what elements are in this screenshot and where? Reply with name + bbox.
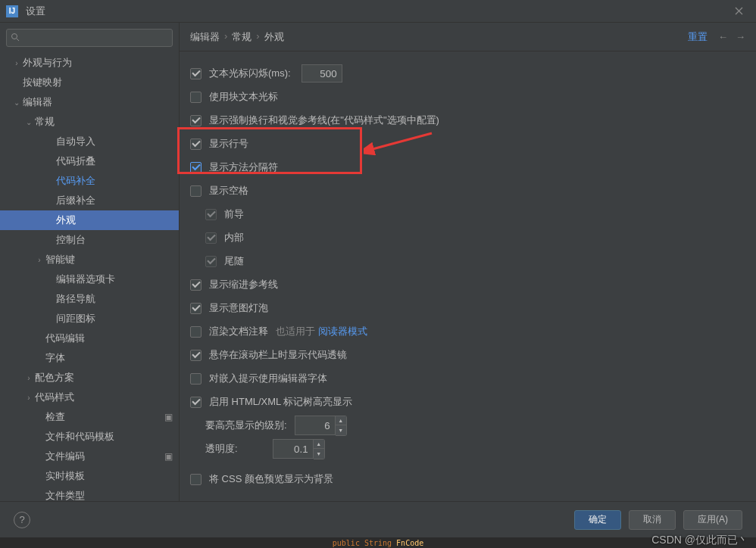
render-doc-label: 渲染文档注释 bbox=[209, 325, 268, 338]
search-input[interactable] bbox=[6, 29, 173, 47]
tree-item[interactable]: 后缀补全 bbox=[0, 191, 179, 210]
css-preview-bg-checkbox[interactable] bbox=[190, 474, 201, 485]
tree-item-label: 外观 bbox=[56, 213, 173, 227]
settings-tree[interactable]: ›外观与行为按键映射⌄编辑器⌄常规自动导入代码折叠代码补全后缀补全外观控制台›智… bbox=[0, 53, 179, 501]
tree-item[interactable]: 路径导航 bbox=[0, 289, 179, 309]
breadcrumb-editor[interactable]: 编辑器 bbox=[190, 30, 220, 44]
tree-item-label: 智能键 bbox=[45, 253, 173, 266]
code-lens-checkbox[interactable] bbox=[190, 350, 201, 361]
tree-item[interactable]: 文件编码▣ bbox=[0, 447, 179, 466]
transparency-spinner[interactable]: ▲▼ bbox=[273, 439, 325, 459]
tree-item-label: 配色方案 bbox=[35, 371, 173, 385]
show-whitespace-checkbox[interactable] bbox=[190, 185, 201, 197]
tree-item[interactable]: 字体 bbox=[0, 348, 179, 368]
tree-item-label: 自动导入 bbox=[56, 135, 173, 148]
reader-mode-link[interactable]: 阅读器模式 bbox=[318, 325, 367, 338]
chevron-icon: › bbox=[23, 394, 35, 402]
content-panel: 编辑器 › 常规 › 外观 重置 ← → 文本光标闪烁(ms): 使用块文本光标 bbox=[180, 23, 756, 501]
tree-item[interactable]: 代码编辑 bbox=[0, 328, 179, 348]
tree-item[interactable]: 文件类型 bbox=[0, 486, 179, 501]
css-preview-bg-label: 将 CSS 颜色预览显示为背景 bbox=[209, 472, 333, 486]
hard-wrap-label: 显示强制换行和视觉参考线(在"代码样式"选项中配置) bbox=[209, 114, 439, 127]
tree-item[interactable]: 检查▣ bbox=[0, 407, 179, 427]
tree-item[interactable]: ⌄常规 bbox=[0, 112, 179, 132]
help-button[interactable]: ? bbox=[14, 512, 30, 528]
block-cursor-checkbox[interactable] bbox=[190, 92, 201, 103]
cursor-blink-input[interactable] bbox=[301, 64, 342, 83]
line-numbers-checkbox[interactable] bbox=[190, 139, 201, 150]
breadcrumb-sep: › bbox=[224, 30, 227, 44]
gear-icon: ▣ bbox=[164, 412, 173, 422]
tree-item-label: 文件和代码模板 bbox=[45, 430, 173, 444]
ok-button[interactable]: 确定 bbox=[574, 510, 621, 530]
transparency-input[interactable] bbox=[273, 439, 314, 459]
highlight-level-spinner[interactable]: ▲▼ bbox=[295, 416, 347, 436]
tree-item-label: 代码编辑 bbox=[45, 332, 173, 345]
tree-item[interactable]: 自动导入 bbox=[0, 132, 179, 151]
editor-font-hint-label: 对嵌入提示使用编辑器字体 bbox=[209, 372, 327, 385]
tree-item[interactable]: ⌄编辑器 bbox=[0, 92, 179, 112]
render-doc-checkbox[interactable] bbox=[190, 326, 201, 338]
breadcrumb: 编辑器 › 常规 › 外观 bbox=[190, 30, 688, 44]
ws-leading-label: 前导 bbox=[224, 207, 244, 221]
cancel-button[interactable]: 取消 bbox=[629, 510, 676, 530]
tree-item-label: 常规 bbox=[35, 115, 173, 129]
search-icon bbox=[11, 33, 20, 44]
tree-item[interactable]: 外观 bbox=[0, 210, 179, 230]
highlight-level-label: 要高亮显示的级别: bbox=[205, 419, 287, 432]
breadcrumb-appearance: 外观 bbox=[264, 30, 284, 44]
tree-item-label: 文件编码 bbox=[45, 450, 164, 463]
hard-wrap-checkbox[interactable] bbox=[190, 115, 201, 126]
sidebar: ›外观与行为按键映射⌄编辑器⌄常规自动导入代码折叠代码补全后缀补全外观控制台›智… bbox=[0, 23, 180, 501]
method-separators-label: 显示方法分隔符 bbox=[209, 160, 278, 174]
gear-icon: ▣ bbox=[164, 451, 173, 462]
tree-item[interactable]: 代码折叠 bbox=[0, 151, 179, 171]
intention-bulb-checkbox[interactable] bbox=[190, 303, 201, 314]
tree-item[interactable]: 实时模板 bbox=[0, 466, 179, 486]
code-lens-label: 悬停在滚动栏上时显示代码透镜 bbox=[209, 348, 347, 362]
close-button[interactable] bbox=[727, 0, 750, 23]
cursor-blink-label: 文本光标闪烁(ms): bbox=[209, 67, 291, 80]
spin-up-icon[interactable]: ▲ bbox=[336, 416, 346, 426]
reset-link[interactable]: 重置 bbox=[688, 30, 708, 44]
highlight-level-input[interactable] bbox=[295, 416, 336, 435]
tree-item[interactable]: ›智能键 bbox=[0, 250, 179, 269]
reader-mode-prefix: 也适用于 bbox=[276, 325, 315, 338]
show-whitespace-label: 显示空格 bbox=[209, 184, 248, 198]
tree-item[interactable]: ›代码样式 bbox=[0, 388, 179, 407]
svg-point-0 bbox=[12, 33, 17, 39]
transparency-label: 透明度: bbox=[205, 442, 238, 456]
tree-item[interactable]: 代码补全 bbox=[0, 171, 179, 191]
spin-down-icon[interactable]: ▼ bbox=[336, 425, 346, 435]
tree-item[interactable]: 间距图标 bbox=[0, 309, 179, 328]
cursor-blink-checkbox[interactable] bbox=[190, 68, 201, 79]
tree-item[interactable]: ›外观与行为 bbox=[0, 53, 179, 73]
tree-item[interactable]: 控制台 bbox=[0, 230, 179, 250]
app-icon: IJ bbox=[6, 5, 18, 17]
tree-item[interactable]: ›配色方案 bbox=[0, 368, 179, 388]
tree-item[interactable]: 文件和代码模板 bbox=[0, 427, 179, 447]
chevron-icon: › bbox=[23, 374, 35, 382]
spin-up-icon[interactable]: ▲ bbox=[314, 440, 324, 450]
nav-back-button[interactable]: ← bbox=[718, 31, 728, 42]
method-separators-checkbox[interactable] bbox=[190, 162, 201, 173]
search-box bbox=[6, 29, 173, 47]
chevron-icon: ⌄ bbox=[11, 98, 23, 107]
tree-item-label: 编辑器选项卡 bbox=[56, 272, 173, 286]
nav-forward-button[interactable]: → bbox=[736, 31, 745, 42]
tree-item-label: 编辑器 bbox=[23, 95, 173, 109]
tree-item[interactable]: 编辑器选项卡 bbox=[0, 269, 179, 289]
indent-guides-label: 显示缩进参考线 bbox=[209, 278, 278, 291]
apply-button[interactable]: 应用(A) bbox=[683, 510, 742, 530]
spin-down-icon[interactable]: ▼ bbox=[314, 449, 324, 459]
ws-inner-checkbox bbox=[205, 232, 217, 244]
ws-trailing-label: 尾随 bbox=[224, 254, 244, 268]
tree-item-label: 代码样式 bbox=[35, 391, 173, 404]
breadcrumb-general[interactable]: 常规 bbox=[232, 30, 251, 44]
editor-font-hint-checkbox[interactable] bbox=[190, 373, 201, 385]
tree-item-label: 控制台 bbox=[56, 233, 173, 247]
content-body: 文本光标闪烁(ms): 使用块文本光标 显示强制换行和视觉参考线(在"代码样式"… bbox=[180, 51, 756, 501]
tree-item[interactable]: 按键映射 bbox=[0, 73, 179, 92]
indent-guides-checkbox[interactable] bbox=[190, 279, 201, 291]
html-xml-highlight-checkbox[interactable] bbox=[190, 397, 201, 408]
